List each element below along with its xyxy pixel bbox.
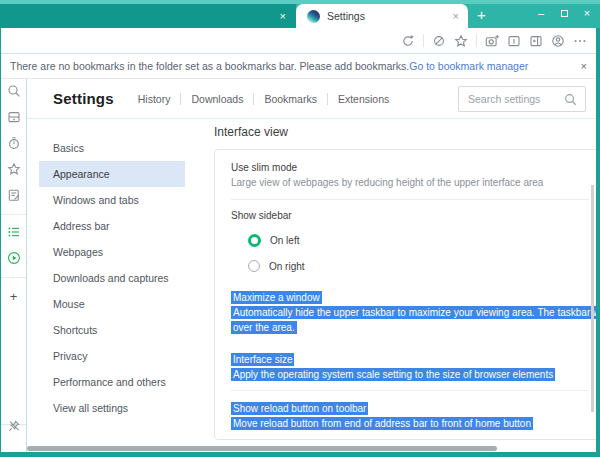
capture-icon[interactable] xyxy=(485,34,499,48)
settings-header-nav: History Downloads Bookmarks Extensions xyxy=(138,93,390,105)
reload-icon[interactable] xyxy=(401,34,415,48)
search-icon[interactable] xyxy=(564,93,577,106)
setting-maximize-a-window[interactable]: Maximize a window Automatically hide the… xyxy=(231,289,589,334)
setting-title-highlighted: Interface size xyxy=(231,353,294,366)
radio-selected-icon[interactable] xyxy=(248,234,261,247)
page-title: Settings xyxy=(53,90,114,107)
interface-view-card: Use slim mode Large view of webpages by … xyxy=(214,149,596,440)
menu-item-performance-and-others[interactable]: Performance and others xyxy=(39,369,185,395)
nav-link-history[interactable]: History xyxy=(138,93,171,105)
sidebar-separator xyxy=(1,277,26,278)
tab-title: Settings xyxy=(327,10,453,22)
setting-interface-size[interactable]: Interface size Apply the operating syste… xyxy=(231,351,589,381)
setting-description-highlighted: over the area. xyxy=(231,321,297,334)
app-sidebar: + xyxy=(1,79,27,452)
menu-item-webpages[interactable]: Webpages xyxy=(39,239,185,265)
settings-page: Settings History Downloads Bookmarks Ext… xyxy=(27,79,596,452)
nav-link-extensions[interactable]: Extensions xyxy=(327,93,389,105)
radio-label: On right xyxy=(269,261,305,272)
menu-item-privacy[interactable]: Privacy xyxy=(39,343,185,369)
menu-item-mouse[interactable]: Mouse xyxy=(39,291,185,317)
timer-icon[interactable] xyxy=(7,136,21,150)
titlebar: × Settings × + – × xyxy=(0,0,600,28)
setting-show-reload-button[interactable]: Show reload button on toolbar Move reloa… xyxy=(231,391,589,439)
setting-title-highlighted: Show reload button on toolbar xyxy=(231,402,368,415)
background-tab-close-icon[interactable]: × xyxy=(280,11,286,22)
setting-use-slim-mode[interactable]: Use slim mode Large view of webpages by … xyxy=(231,150,589,200)
nav-link-downloads[interactable]: Downloads xyxy=(180,93,243,105)
more-menu-icon[interactable] xyxy=(573,34,587,48)
search-icon[interactable] xyxy=(7,84,21,98)
settings-search-box xyxy=(458,86,586,112)
unpin-icon[interactable] xyxy=(7,419,21,433)
nav-link-bookmarks[interactable]: Bookmarks xyxy=(253,93,317,105)
setting-title: Show sidebar xyxy=(231,210,589,221)
setting-description: Large view of webpages by reducing heigh… xyxy=(231,177,589,188)
setting-description-highlighted: Automatically hide the upper taskbar to … xyxy=(231,306,596,319)
radio-label: On left xyxy=(270,235,299,246)
vertical-scrollbar[interactable] xyxy=(591,185,594,412)
radio-option-on-left[interactable]: On left xyxy=(248,234,589,247)
new-tab-button[interactable]: + xyxy=(477,7,486,22)
profile-icon[interactable] xyxy=(551,34,565,48)
settings-main: Interface view Use slim mode Large view … xyxy=(214,119,596,452)
menu-item-basics[interactable]: Basics xyxy=(39,135,185,161)
settings-header: Settings History Downloads Bookmarks Ext… xyxy=(27,79,596,119)
browser-chrome: There are no bookmarks in the folder set… xyxy=(1,28,596,452)
toolbar-separator xyxy=(423,34,424,47)
tab-close-icon[interactable]: × xyxy=(453,11,459,22)
horizontal-scrollbar[interactable] xyxy=(27,446,497,451)
setting-title: Use slim mode xyxy=(231,162,589,173)
setting-description-highlighted: Move reload button from end of address b… xyxy=(231,417,533,430)
menu-item-shortcuts[interactable]: Shortcuts xyxy=(39,317,185,343)
memo-icon[interactable] xyxy=(7,188,21,202)
browser-window: × Settings × + – × xyxy=(0,0,600,457)
close-button[interactable]: × xyxy=(582,8,592,19)
menu-item-windows-and-tabs[interactable]: Windows and tabs xyxy=(39,187,185,213)
whale-logo-icon xyxy=(307,10,320,23)
minimize-button[interactable]: – xyxy=(536,8,546,19)
add-app-icon[interactable]: + xyxy=(10,290,18,303)
maximize-button[interactable] xyxy=(559,8,569,19)
settings-search-input[interactable] xyxy=(459,93,564,105)
menu-item-address-bar[interactable]: Address bar xyxy=(39,213,185,239)
menu-item-view-all-settings[interactable]: View all settings xyxy=(39,395,185,421)
maximize-icon xyxy=(561,10,568,17)
sidebar-separator xyxy=(1,214,26,215)
split-view-icon[interactable] xyxy=(529,34,543,48)
notification-message: There are no bookmarks in the folder set… xyxy=(10,60,409,72)
radio-option-on-right[interactable]: On right xyxy=(248,260,589,272)
settings-body: Basics Appearance Windows and tabs Addre… xyxy=(27,119,596,452)
bookmark-manager-link[interactable]: Go to bookmark manager xyxy=(409,60,528,72)
bookmarks-star-icon[interactable] xyxy=(7,162,21,176)
color-mode-icon[interactable] xyxy=(432,34,446,48)
section-heading-interface-view: Interface view xyxy=(214,125,596,139)
notification-close-icon[interactable]: × xyxy=(581,60,587,72)
radio-unselected-icon[interactable] xyxy=(248,260,260,272)
menu-item-downloads-and-captures[interactable]: Downloads and captures xyxy=(39,265,185,291)
tab-settings[interactable]: Settings × xyxy=(296,4,468,28)
scrapbook-icon[interactable] xyxy=(7,110,21,124)
naver-play-icon[interactable] xyxy=(7,251,21,265)
bookmarks-notification-bar: There are no bookmarks in the folder set… xyxy=(1,54,596,79)
bookmark-star-icon[interactable] xyxy=(454,34,468,48)
naver-list-icon[interactable] xyxy=(7,225,21,239)
menu-item-appearance[interactable]: Appearance xyxy=(39,161,185,187)
settings-menu: Basics Appearance Windows and tabs Addre… xyxy=(27,119,214,452)
setting-description-highlighted: Apply the operating system scale setting… xyxy=(231,368,555,381)
setting-show-sidebar: Show sidebar On left On right xyxy=(231,200,589,272)
toolbar xyxy=(1,28,596,54)
body-row: + Settings History Downloads Bookmarks xyxy=(1,79,596,452)
background-tab-region[interactable]: × xyxy=(0,4,296,28)
sidebar-panel-icon[interactable] xyxy=(507,34,521,48)
window-controls: – × xyxy=(536,5,592,21)
toolbar-separator xyxy=(476,34,477,47)
setting-title-highlighted: Maximize a window xyxy=(231,291,322,304)
